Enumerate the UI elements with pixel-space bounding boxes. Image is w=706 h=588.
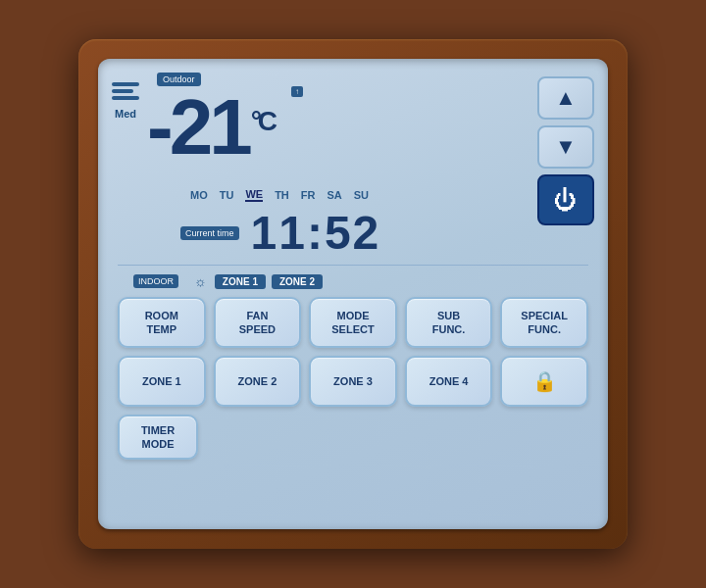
down-arrow-button[interactable]: ▼ [537, 125, 594, 169]
zone-badges: ZONE 1 ZONE 2 [215, 274, 323, 289]
button-row-2: ZONE 1 ZONE 2 ZONE 3 ZONE 4 🔒 [112, 356, 594, 407]
up-arrow-button[interactable]: ▲ [537, 76, 594, 120]
temperature-value: -21 °C [147, 88, 274, 167]
day-sa: SA [327, 189, 341, 201]
sub-func-button[interactable]: SUB FUNC. [405, 297, 493, 348]
timer-mode-button[interactable]: TIMER MODE [118, 415, 198, 460]
temp-number: -21 [147, 88, 249, 167]
zone-header-row: INDOOR ☼ ZONE 1 ZONE 2 [112, 273, 594, 289]
day-su: SU [354, 189, 369, 201]
mode-select-button[interactable]: MODE SELECT [309, 297, 397, 348]
med-label: Med [112, 108, 139, 120]
empty-space [206, 415, 588, 460]
day-tu: TU [220, 189, 234, 201]
button-row-1: ROOM TEMP FAN SPEED MODE SELECT SUB FUNC… [112, 297, 594, 348]
down-arrow-icon: ▼ [555, 134, 577, 160]
device-frame: Med Outdoor -21 °C ↑ ▲ ▼ [78, 39, 628, 549]
right-controls: ▲ ▼ ⏻ [537, 73, 594, 225]
screen: Med Outdoor -21 °C ↑ ▲ ▼ [98, 59, 608, 529]
sun-icon: ☼ [194, 273, 207, 289]
lock-button[interactable]: 🔒 [500, 356, 588, 407]
room-temp-button[interactable]: ROOM TEMP [118, 297, 206, 348]
day-mo: MO [190, 189, 208, 201]
lock-icon: 🔒 [532, 369, 557, 393]
menu-line-1 [112, 82, 139, 86]
zone4-label: ZONE 4 [429, 374, 469, 388]
divider-1 [118, 265, 588, 266]
zone2-active-badge: ZONE 2 [272, 274, 323, 289]
indoor-badge: INDOOR [133, 274, 178, 288]
day-th: TH [275, 189, 289, 201]
button-row-3: TIMER MODE [112, 415, 594, 460]
left-icons: Med [112, 73, 139, 120]
zone3-label: ZONE 3 [333, 374, 373, 388]
day-we: WE [245, 188, 263, 202]
time-display: 11:52 [251, 210, 381, 257]
temp-display: Outdoor -21 °C ↑ [147, 73, 530, 167]
menu-line-2 [112, 89, 133, 93]
temp-unit: °C [251, 108, 274, 135]
zone2-label: ZONE 2 [238, 374, 277, 388]
up-indicator: ↑ [291, 86, 303, 97]
menu-icon [112, 82, 139, 100]
zone2-button[interactable]: ZONE 2 [214, 356, 302, 407]
day-row: MO TU WE TH FR SA SU [112, 188, 594, 202]
zone3-button[interactable]: ZONE 3 [309, 356, 397, 407]
zone1-button[interactable]: ZONE 1 [118, 356, 206, 407]
current-time-badge: Current time [180, 226, 239, 240]
up-arrow-icon: ▲ [555, 85, 577, 111]
special-func-button[interactable]: SPECIAL FUNC. [500, 297, 588, 348]
fan-speed-button[interactable]: FAN SPEED [214, 297, 302, 348]
time-section: Current time 11:52 [112, 210, 594, 257]
zone1-active-badge: ZONE 1 [215, 274, 266, 289]
top-section: Med Outdoor -21 °C ↑ ▲ ▼ [112, 73, 594, 180]
zone1-label: ZONE 1 [142, 374, 181, 388]
menu-line-3 [112, 96, 139, 100]
zone4-button[interactable]: ZONE 4 [405, 356, 493, 407]
day-fr: FR [301, 189, 316, 201]
